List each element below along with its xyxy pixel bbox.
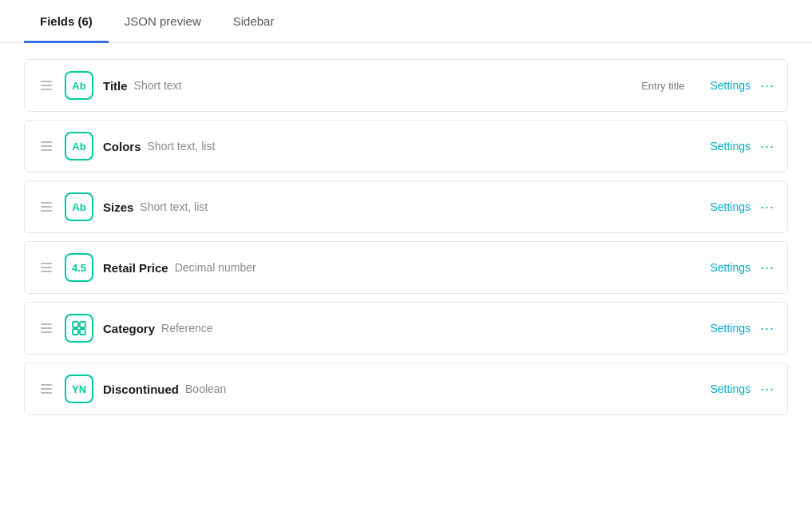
drag-handle-sizes[interactable] xyxy=(38,200,55,213)
field-icon-retail-price: 4.5 xyxy=(65,253,93,282)
tab-fields[interactable]: Fields (6) xyxy=(24,0,109,43)
field-type-sizes: Short text, list xyxy=(140,200,208,213)
field-type-discontinued: Boolean xyxy=(185,382,226,395)
field-name-category: Category xyxy=(103,322,155,335)
field-info-discontinued: DiscontinuedBoolean xyxy=(103,382,700,396)
field-info-category: CategoryReference xyxy=(103,322,700,335)
field-info-sizes: SizesShort text, list xyxy=(103,200,700,214)
svg-rect-2 xyxy=(73,329,78,335)
field-actions-title: Settings··· xyxy=(710,78,774,93)
field-icon-discontinued: YN xyxy=(65,374,93,403)
field-row-colors: AbColorsShort text, listSettings··· xyxy=(24,120,788,172)
drag-handle-discontinued[interactable] xyxy=(38,382,55,395)
tab-sidebar[interactable]: Sidebar xyxy=(217,0,291,43)
field-type-colors: Short text, list xyxy=(148,140,216,153)
settings-link-title[interactable]: Settings xyxy=(710,79,751,92)
settings-link-discontinued[interactable]: Settings xyxy=(710,382,751,395)
field-actions-sizes: Settings··· xyxy=(710,200,774,214)
field-info-colors: ColorsShort text, list xyxy=(103,140,700,153)
more-button-discontinued[interactable]: ··· xyxy=(760,382,774,396)
field-badge-title: Entry title xyxy=(641,80,700,92)
fields-list: AbTitleShort textEntry titleSettings···A… xyxy=(0,43,812,431)
field-icon-sizes: Ab xyxy=(65,192,93,221)
more-button-colors[interactable]: ··· xyxy=(760,139,774,153)
field-row-discontinued: YNDiscontinuedBooleanSettings··· xyxy=(24,363,788,415)
tab-json-preview[interactable]: JSON preview xyxy=(109,0,217,43)
field-type-title: Short text xyxy=(134,79,182,92)
field-name-discontinued: Discontinued xyxy=(103,382,179,396)
svg-rect-1 xyxy=(80,322,85,327)
field-name-colors: Colors xyxy=(103,140,141,153)
field-name-retail-price: Retail Price xyxy=(103,261,168,275)
drag-handle-colors[interactable] xyxy=(38,140,55,153)
drag-handle-category[interactable] xyxy=(38,322,55,335)
settings-link-colors[interactable]: Settings xyxy=(710,140,751,153)
more-button-category[interactable]: ··· xyxy=(760,321,774,335)
field-type-category: Reference xyxy=(161,322,213,335)
more-button-sizes[interactable]: ··· xyxy=(760,200,774,214)
field-icon-colors: Ab xyxy=(65,132,93,160)
drag-handle-retail-price[interactable] xyxy=(38,261,55,274)
field-name-sizes: Sizes xyxy=(103,200,133,214)
more-button-title[interactable]: ··· xyxy=(760,78,774,93)
field-name-title: Title xyxy=(103,79,128,93)
field-row-category: CategoryReferenceSettings··· xyxy=(24,302,788,355)
field-actions-discontinued: Settings··· xyxy=(710,382,774,396)
field-info-retail-price: Retail PriceDecimal number xyxy=(103,261,700,275)
svg-rect-0 xyxy=(73,322,78,327)
svg-rect-3 xyxy=(80,329,85,335)
settings-link-retail-price[interactable]: Settings xyxy=(710,261,751,274)
field-actions-retail-price: Settings··· xyxy=(710,260,774,275)
settings-link-category[interactable]: Settings xyxy=(710,322,751,335)
field-icon-title: Ab xyxy=(65,71,93,100)
field-type-retail-price: Decimal number xyxy=(175,261,256,274)
more-button-retail-price[interactable]: ··· xyxy=(760,260,774,275)
field-icon-category xyxy=(65,314,93,343)
field-row-title: AbTitleShort textEntry titleSettings··· xyxy=(24,59,788,112)
settings-link-sizes[interactable]: Settings xyxy=(710,200,751,213)
field-info-title: TitleShort text xyxy=(103,79,632,93)
field-actions-category: Settings··· xyxy=(710,321,774,335)
field-actions-colors: Settings··· xyxy=(710,139,774,153)
field-row-sizes: AbSizesShort text, listSettings··· xyxy=(24,180,788,233)
drag-handle-title[interactable] xyxy=(38,79,55,92)
field-row-retail-price: 4.5Retail PriceDecimal numberSettings··· xyxy=(24,241,788,294)
tabs-bar: Fields (6)JSON previewSidebar xyxy=(0,0,812,43)
